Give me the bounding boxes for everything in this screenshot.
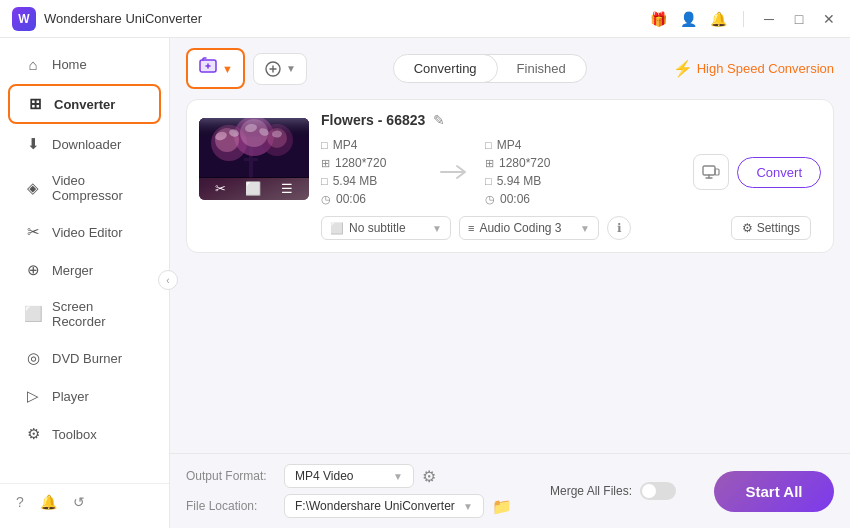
- sidebar-footer: ? 🔔 ↺: [0, 483, 169, 520]
- tab-converting[interactable]: Converting: [393, 54, 498, 83]
- toolbox-icon: ⚙: [24, 425, 42, 443]
- divider: [743, 11, 744, 27]
- sidebar-item-label: Home: [52, 57, 87, 72]
- file-location-text: F:\Wondershare UniConverter: [295, 499, 455, 513]
- file-list: ✂ ⬜ ☰ Flowers - 66823 ✎: [170, 99, 850, 453]
- file-location-row: File Location: F:\Wondershare UniConvert…: [186, 494, 512, 518]
- source-resolution: ⊞ 1280*720: [321, 156, 421, 170]
- output-format-text: MP4 Video: [295, 469, 353, 483]
- dropdown-arrow-small-icon: ▼: [286, 63, 296, 74]
- toolbar-left: ▼ ▼: [186, 48, 307, 89]
- crop-icon[interactable]: ⬜: [245, 181, 261, 196]
- sidebar-item-label: Video Editor: [52, 225, 123, 240]
- convert-button[interactable]: Convert: [737, 157, 821, 188]
- output-duration-icon: ◷: [485, 193, 495, 206]
- record-icon: ⬜: [24, 305, 42, 323]
- tab-finished[interactable]: Finished: [497, 55, 586, 82]
- high-speed-button[interactable]: ⚡ High Speed Conversion: [673, 59, 834, 78]
- bolt-icon: ⚡: [673, 59, 693, 78]
- source-size-value: 5.94 MB: [333, 174, 378, 188]
- source-resolution-value: 1280*720: [335, 156, 386, 170]
- file-meta-row: □ MP4 ⊞ 1280*720 □ 5.94 MB: [321, 138, 821, 206]
- edit-filename-icon[interactable]: ✎: [433, 112, 445, 128]
- sidebar-item-label: Converter: [54, 97, 115, 112]
- file-location-input[interactable]: F:\Wondershare UniConverter ▼: [284, 494, 484, 518]
- output-duration-value: 00:06: [500, 192, 530, 206]
- file-name: Flowers - 66823: [321, 112, 425, 128]
- add-files-icon: [198, 56, 218, 81]
- effects-icon[interactable]: ☰: [281, 181, 293, 196]
- close-button[interactable]: ✕: [820, 10, 838, 28]
- sidebar-collapse-button[interactable]: ‹: [158, 270, 178, 290]
- output-actions: Convert: [693, 154, 821, 190]
- notification-icon[interactable]: 🔔: [40, 494, 57, 510]
- refresh-icon[interactable]: ↺: [73, 494, 85, 510]
- subtitle-dropdown[interactable]: ⬜ No subtitle ▼: [321, 216, 451, 240]
- sidebar-item-home[interactable]: ⌂ Home: [8, 47, 161, 82]
- sidebar-item-player[interactable]: ▷ Player: [8, 378, 161, 414]
- sidebar-item-label: Screen Recorder: [52, 299, 145, 329]
- bell-icon[interactable]: 🔔: [709, 10, 727, 28]
- titlebar-left: W Wondershare UniConverter: [12, 7, 202, 31]
- source-format: □ MP4: [321, 138, 421, 152]
- sidebar-item-downloader[interactable]: ⬇ Downloader: [8, 126, 161, 162]
- sidebar-item-video-editor[interactable]: ✂ Video Editor: [8, 214, 161, 250]
- sidebar-item-label: Merger: [52, 263, 93, 278]
- high-speed-label: High Speed Conversion: [697, 61, 834, 76]
- compress-icon: ◈: [24, 179, 42, 197]
- arrow-svg: [437, 162, 469, 182]
- sidebar-item-label: Downloader: [52, 137, 121, 152]
- output-format-icon: □: [485, 139, 492, 151]
- help-icon[interactable]: ?: [16, 494, 24, 510]
- duration-icon: ◷: [321, 193, 331, 206]
- add-files-button[interactable]: ▼: [186, 48, 245, 89]
- svg-rect-19: [715, 169, 719, 175]
- titlebar-controls: 🎁 👤 🔔 ─ □ ✕: [649, 10, 838, 28]
- maximize-button[interactable]: □: [790, 10, 808, 28]
- output-format-dropdown[interactable]: MP4 Video ▼: [284, 464, 414, 488]
- bottom-bar: Output Format: MP4 Video ▼ ⚙ File Locati…: [170, 453, 850, 528]
- start-all-button[interactable]: Start All: [714, 471, 834, 512]
- svg-rect-5: [244, 158, 258, 161]
- sidebar-item-merger[interactable]: ⊕ Merger: [8, 252, 161, 288]
- sidebar-item-converter[interactable]: ⊞ Converter: [8, 84, 161, 124]
- merger-icon: ⊕: [24, 261, 42, 279]
- player-icon: ▷: [24, 387, 42, 405]
- main-layout: ⌂ Home ⊞ Converter ⬇ Downloader ◈ Video …: [0, 38, 850, 528]
- thumbnail-svg: [199, 118, 309, 178]
- audio-dropdown[interactable]: ≡ Audio Coding 3 ▼: [459, 216, 599, 240]
- svg-rect-17: [199, 118, 309, 138]
- tab-group: Converting Finished: [393, 54, 587, 83]
- format-settings-icon[interactable]: ⚙: [422, 467, 436, 486]
- cut-icon[interactable]: ✂: [215, 181, 226, 196]
- add-device-button[interactable]: ▼: [253, 53, 307, 85]
- sidebar-item-label: DVD Burner: [52, 351, 122, 366]
- output-resolution-value: 1280*720: [499, 156, 550, 170]
- folder-icon[interactable]: 📁: [492, 497, 512, 516]
- sidebar-item-dvd-burner[interactable]: ◎ DVD Burner: [8, 340, 161, 376]
- file-name-row: Flowers - 66823 ✎: [321, 112, 821, 128]
- output-format-value: MP4: [497, 138, 522, 152]
- app-title: Wondershare UniConverter: [44, 11, 202, 26]
- dropdown-arrow-icon: ▼: [222, 63, 233, 75]
- settings-button[interactable]: ⚙ Settings: [731, 216, 811, 240]
- sidebar-item-video-compressor[interactable]: ◈ Video Compressor: [8, 164, 161, 212]
- output-format-row: Output Format: MP4 Video ▼ ⚙: [186, 464, 512, 488]
- merge-toggle[interactable]: [640, 482, 676, 500]
- format-dropdown-arrow: ▼: [393, 471, 403, 482]
- toggle-knob: [642, 484, 656, 498]
- device-output-icon[interactable]: [693, 154, 729, 190]
- minimize-button[interactable]: ─: [760, 10, 778, 28]
- format-icon: □: [321, 139, 328, 151]
- sidebar-item-toolbox[interactable]: ⚙ Toolbox: [8, 416, 161, 452]
- convert-arrow: [421, 162, 485, 182]
- gift-icon[interactable]: 🎁: [649, 10, 667, 28]
- sidebar-item-screen-recorder[interactable]: ⬜ Screen Recorder: [8, 290, 161, 338]
- device-icon-svg: [701, 162, 721, 182]
- output-format: □ MP4: [485, 138, 585, 152]
- content-area: ▼ ▼ Converting Finished ⚡ High Speed Con…: [170, 38, 850, 528]
- info-button[interactable]: ℹ: [607, 216, 631, 240]
- home-icon: ⌂: [24, 56, 42, 73]
- subtitle-label: No subtitle: [349, 221, 406, 235]
- user-icon[interactable]: 👤: [679, 10, 697, 28]
